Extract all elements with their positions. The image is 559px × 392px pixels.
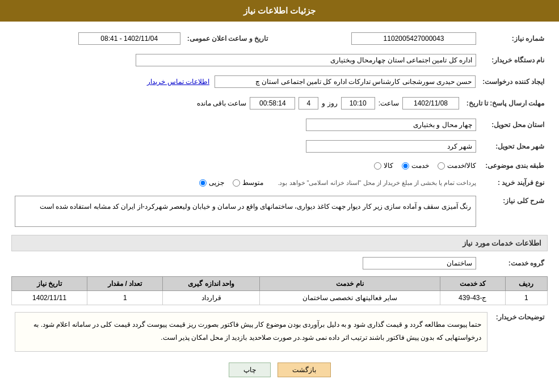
category-goods-service-option[interactable]: کالا/خدمت	[438, 162, 476, 170]
need-number-row: شماره نیاز: 1102005427000043 تاریخ و ساع…	[11, 30, 548, 47]
deadline-date: 1402/11/08	[402, 97, 459, 109]
category-goods-radio[interactable]	[374, 162, 381, 170]
category-label: طبقه بندی موضوعی:	[480, 159, 548, 172]
service-group-value: ساختمان	[11, 255, 480, 272]
purchase-type-medium-label: متوسط	[242, 179, 263, 187]
table-cell-service_name: سایر فعالیتهای تخصصی ساختمان	[259, 291, 440, 305]
deadline-value: 1402/11/08 ساعت: 10:10 روز و 4 00:58:14 …	[11, 95, 463, 112]
col-header-row-num: ردیف	[505, 277, 547, 291]
description-value: رنگ آمیزی سقف و آماده سازی زیر کار دیوار…	[11, 193, 480, 229]
buyer-name-label: نام دستگاه خریدار:	[480, 52, 548, 69]
deadline-remaining-label: ساعت باقی مانده	[197, 99, 247, 107]
city-row: شهر محل تحویل: شهر کرد	[11, 138, 548, 155]
deadline-remaining: 00:58:14	[250, 97, 295, 109]
province-row: استان محل تحویل: چهار محال و بختیاری	[11, 116, 548, 133]
purchase-type-partial-option[interactable]: جزیی	[199, 179, 224, 187]
buyer-notes-label: توضیحات خریدار:	[491, 310, 548, 354]
deadline-days: 4	[299, 97, 318, 109]
need-number-label: شماره نیاز:	[480, 30, 548, 47]
category-value: کالا/خدمت خدمت کالا	[11, 159, 480, 172]
back-button[interactable]: بازگشت	[278, 363, 331, 377]
province-label: استان محل تحویل:	[480, 116, 548, 133]
announcement-datetime-value: 1402/11/04 - 08:41	[11, 30, 184, 47]
deadline-days-label: روز و	[322, 99, 337, 107]
table-cell-unit: قرارداد	[163, 291, 260, 305]
purchase-type-medium-radio[interactable]	[233, 179, 240, 187]
deadline-label: مهلت ارسال پاسخ: تا تاریخ:	[463, 95, 548, 112]
category-service-radio[interactable]	[402, 162, 409, 170]
table-cell-service_code: ج-43-439	[440, 291, 505, 305]
purchase-type-partial-radio[interactable]	[199, 179, 207, 187]
category-goods-label: کالا	[384, 162, 393, 170]
purchase-type-medium-option[interactable]: متوسط	[233, 179, 263, 187]
announcement-datetime-label: تاریخ و ساعت اعلان عمومی:	[184, 30, 271, 47]
city-input: شهر کرد	[306, 140, 476, 153]
buyer-name-value: اداره کل تامین اجتماعی استان چهارمحال وب…	[11, 52, 480, 69]
creator-contact-link[interactable]: اطلاعات تماس خریدار	[147, 78, 209, 86]
purchase-type-note: پرداخت تمام یا بخشی از مبلغ خریدار از مح…	[278, 179, 476, 187]
table-cell-row_num: 1	[505, 291, 547, 305]
need-number-value: 1102005427000043	[271, 30, 480, 47]
category-service-option[interactable]: خدمت	[402, 162, 429, 170]
city-label: شهر محل تحویل:	[480, 138, 548, 155]
province-value: چهار محال و بختیاری	[11, 116, 480, 133]
deadline-row: مهلت ارسال پاسخ: تا تاریخ: 1402/11/08 سا…	[11, 95, 548, 112]
service-group-row: گروه خدمت: ساختمان	[11, 255, 548, 272]
buyer-name-input: اداره کل تامین اجتماعی استان چهارمحال وب…	[136, 54, 476, 66]
description-row: شرح کلی نیاز: رنگ آمیزی سقف و آماده سازی…	[11, 193, 548, 229]
page-title: جزئیات اطلاعات نیاز	[243, 6, 316, 15]
creator-label: ایجاد کننده درخواست:	[479, 73, 548, 90]
buyer-notes-box: حتما پیوست مطالعه گردد و قیمت گذاری شود …	[15, 312, 487, 352]
purchase-type-partial-label: جزیی	[209, 179, 224, 187]
creator-input: حسن حیدری سورشجانی کارشناس تدارکات اداره…	[215, 75, 476, 88]
content-area: شماره نیاز: 1102005427000043 تاریخ و ساع…	[0, 22, 559, 392]
service-group-label: گروه خدمت:	[480, 255, 548, 272]
category-goods-option[interactable]: کالا	[374, 162, 393, 170]
page-container: جزئیات اطلاعات نیاز شماره نیاز: 11020054…	[0, 0, 559, 392]
province-input: چهار محال و بختیاری	[306, 119, 476, 131]
services-section-header: اطلاعات خدمات مورد نیاز	[11, 235, 548, 251]
col-header-quantity: تعداد / مقدار	[87, 277, 163, 291]
creator-value: حسن حیدری سورشجانی کارشناس تدارکات اداره…	[11, 73, 479, 90]
category-goods-service-radio[interactable]	[438, 162, 445, 170]
deadline-time-label: ساعت:	[379, 99, 399, 107]
city-value: شهر کرد	[11, 138, 480, 155]
col-header-service-code: کد خدمت	[440, 277, 505, 291]
table-row: 1ج-43-439سایر فعالیتهای تخصصی ساختمانقرا…	[12, 291, 548, 305]
col-header-service-name: نام خدمت	[259, 277, 440, 291]
purchase-type-value: پرداخت تمام یا بخشی از مبلغ خریدار از مح…	[11, 176, 480, 189]
table-cell-date: 1402/11/11	[12, 291, 87, 305]
page-header: جزئیات اطلاعات نیاز	[0, 0, 559, 22]
table-cell-quantity: 1	[87, 291, 163, 305]
category-goods-service-label: کالا/خدمت	[447, 162, 476, 170]
deadline-time: 10:10	[341, 97, 375, 109]
col-header-date: تاریخ نیاز	[12, 277, 87, 291]
description-label: شرح کلی نیاز:	[480, 193, 548, 229]
buyer-notes-row: توضیحات خریدار: حتما پیوست مطالعه گردد و…	[11, 310, 548, 354]
buyer-notes-value: حتما پیوست مطالعه گردد و قیمت گذاری شود …	[11, 310, 491, 354]
buyer-name-row: نام دستگاه خریدار: اداره کل تامین اجتماع…	[11, 52, 548, 69]
purchase-type-label: نوع فرآیند خرید :	[480, 176, 548, 189]
services-table: ردیف کد خدمت نام خدمت واحد اندازه گیری ت…	[11, 276, 548, 305]
announcement-datetime-input: 1402/11/04 - 08:41	[78, 32, 180, 45]
category-row: طبقه بندی موضوعی: کالا/خدمت خدمت کالا	[11, 159, 548, 172]
description-box: رنگ آمیزی سقف و آماده سازی زیر کار دیوار…	[15, 196, 476, 227]
need-number-input: 1102005427000043	[351, 32, 476, 45]
creator-row: ایجاد کننده درخواست: حسن حیدری سورشجانی …	[11, 73, 548, 90]
print-button[interactable]: چاپ	[229, 363, 271, 377]
purchase-type-row: نوع فرآیند خرید : پرداخت تمام یا بخشی از…	[11, 176, 548, 189]
category-service-label: خدمت	[411, 162, 429, 170]
col-header-unit: واحد اندازه گیری	[163, 277, 260, 291]
button-row: بازگشت چاپ	[11, 363, 548, 377]
service-group-input: ساختمان	[363, 257, 476, 269]
